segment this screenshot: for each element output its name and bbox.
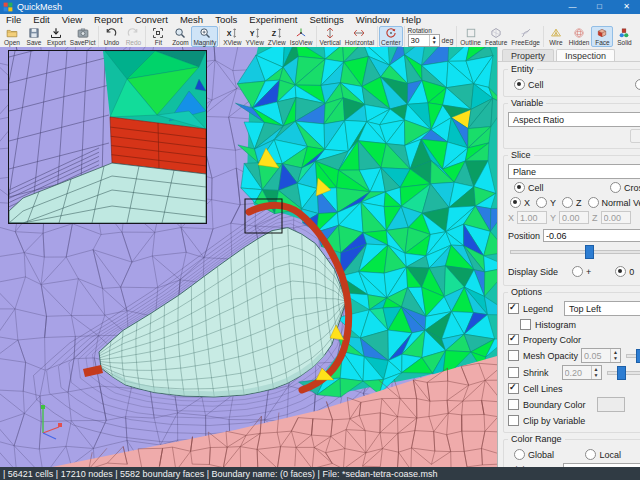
solid-button[interactable]: Solid	[613, 26, 635, 47]
menu-item-view[interactable]: View	[56, 14, 88, 26]
legend-position-dropdown[interactable]: Top Left	[564, 301, 640, 316]
slice-axis-radio-z[interactable]: Z	[562, 197, 582, 208]
menu-item-report[interactable]: Report	[88, 14, 129, 26]
open-button[interactable]: Open	[1, 26, 23, 47]
shrink-spinbox[interactable]	[562, 365, 602, 380]
vector-z-input[interactable]	[601, 211, 631, 224]
variable-dropdown[interactable]: Aspect Ratio	[508, 112, 640, 127]
save-button[interactable]: Save	[23, 26, 45, 47]
slice-axis-radio: XYZNormal Vector	[508, 196, 640, 209]
slice-axis-radio-x[interactable]: X	[510, 197, 530, 208]
hidden-icon	[573, 27, 585, 39]
fit-button[interactable]: Fit	[147, 26, 169, 47]
wire-button[interactable]: Wire	[545, 26, 567, 47]
zview-icon: Z	[271, 27, 283, 39]
outline-button[interactable]: Outline	[458, 26, 483, 47]
menu-item-help[interactable]: Help	[396, 14, 428, 26]
display-side-radio: +0-	[561, 265, 640, 278]
color-range-radio-global[interactable]: Global	[514, 449, 554, 460]
vector-x-input[interactable]	[517, 211, 547, 224]
display-side-radio-+[interactable]: +	[572, 266, 591, 277]
clip-by-variable-checkbox[interactable]: Clip by Variable	[508, 415, 585, 426]
export-icon	[50, 27, 62, 39]
close-button[interactable]: ✕	[613, 0, 640, 14]
cell-lines-checkbox[interactable]: Cell Lines	[508, 383, 563, 394]
position-input[interactable]	[543, 229, 640, 242]
menu-item-window[interactable]: Window	[350, 14, 396, 26]
variable-group-title: Variable	[508, 98, 546, 108]
center-button[interactable]: Center	[379, 26, 403, 47]
color-range-group-title: Color Range	[508, 434, 565, 444]
redo-button[interactable]: Redo	[122, 26, 144, 47]
boundary-color-swatch[interactable]	[597, 397, 625, 412]
export-button[interactable]: Export	[45, 26, 68, 47]
yview-icon: Y	[249, 27, 261, 39]
rotation-group: Rotationdeg	[405, 26, 458, 47]
menu-item-tools[interactable]: Tools	[209, 14, 243, 26]
maximize-button[interactable]: □	[586, 0, 613, 14]
display-side-radio-0[interactable]: 0	[615, 266, 634, 277]
menu-item-mesh[interactable]: Mesh	[174, 14, 209, 26]
slice-group: Slice Plane CellCross Section XYZNormal …	[503, 155, 640, 286]
feature-icon	[490, 27, 502, 39]
mesh-opacity-slider[interactable]	[626, 349, 640, 361]
hidden-button[interactable]: Hidden	[567, 26, 592, 47]
shrink-checkbox[interactable]: Shrink	[508, 367, 549, 378]
menu-item-convert[interactable]: Convert	[129, 14, 174, 26]
slice-mode-radio-cell[interactable]: Cell	[514, 182, 544, 193]
zoom-button[interactable]: Zoom	[169, 26, 191, 47]
tab-inspection[interactable]: Inspection	[556, 49, 615, 61]
color-range-radio-local[interactable]: Local	[585, 449, 621, 460]
undo-button[interactable]: Undo	[100, 26, 122, 47]
shrink-slider[interactable]	[607, 366, 640, 378]
menu-item-experiment[interactable]: Experiment	[243, 14, 303, 26]
rotation-spin-buttons[interactable]	[429, 35, 439, 46]
vertical-button[interactable]: Vertical	[318, 26, 343, 47]
entity-radio-cell[interactable]: Cell	[514, 79, 544, 90]
magnify-icon	[199, 27, 211, 39]
legend-checkbox[interactable]: Legend	[508, 303, 553, 314]
slice-axis-radio-y[interactable]: Y	[536, 197, 556, 208]
property-color-checkbox[interactable]: Property Color	[508, 334, 581, 345]
savepict-button[interactable]: SavePict	[68, 26, 98, 47]
slice-type-dropdown[interactable]: Plane	[508, 164, 640, 179]
isoview-button[interactable]: IsoView	[288, 26, 315, 47]
zoom-icon	[174, 27, 186, 39]
boundary-color-checkbox[interactable]: Boundary Color	[508, 399, 586, 410]
horizontal-button[interactable]: Horizontal	[343, 26, 376, 47]
viewport-3d[interactable]	[0, 47, 497, 467]
mesh-opacity-checkbox[interactable]: Mesh Opacity	[508, 350, 578, 361]
vector-y-input[interactable]	[559, 211, 589, 224]
face-button[interactable]: Face	[591, 26, 613, 47]
menu-item-file[interactable]: File	[0, 14, 27, 26]
slice-mode-radio-cross-section[interactable]: Cross Section	[610, 182, 640, 193]
tab-property[interactable]: Property	[502, 49, 554, 61]
yview-button[interactable]: YYView	[244, 26, 266, 47]
rotation-spinbox[interactable]	[408, 34, 440, 47]
config-button[interactable]: Config...	[630, 129, 640, 143]
options-group: Options Legend Top Left Histogram	[503, 292, 640, 433]
cell-button[interactable]: Cell	[635, 26, 640, 47]
menu-item-edit[interactable]: Edit	[27, 14, 55, 26]
entity-radio-surface[interactable]: Surface	[635, 79, 640, 90]
solid-icon	[618, 27, 630, 39]
minimize-button[interactable]: —	[559, 0, 586, 14]
slice-axis-radio-normal-vector[interactable]: Normal Vector	[588, 197, 640, 208]
magnify-button[interactable]: Magnify	[191, 26, 218, 47]
feature-button[interactable]: Feature	[483, 26, 509, 47]
toolbar: OpenSaveExportSavePictUndoRedoFitZoomMag…	[0, 26, 640, 48]
position-slider[interactable]	[510, 245, 640, 257]
entity-group-title: Entity	[508, 64, 537, 74]
svg-text:X: X	[227, 30, 232, 38]
xview-button[interactable]: XXView	[221, 26, 243, 47]
rotation-unit: deg	[442, 37, 454, 44]
quickmesh-window: QuickMesh —□✕ FileEditViewReportConvertM…	[0, 0, 640, 480]
redo-icon	[127, 27, 139, 39]
zview-button[interactable]: ZZView	[266, 26, 288, 47]
freeedge-button[interactable]: FreeEdge	[509, 26, 542, 47]
position-slider-thumb[interactable]	[585, 245, 594, 259]
rotation-input[interactable]	[409, 35, 429, 46]
histogram-checkbox[interactable]: Histogram	[520, 319, 576, 330]
menu-item-settings[interactable]: Settings	[303, 14, 349, 26]
mesh-opacity-spinbox[interactable]	[581, 348, 621, 363]
